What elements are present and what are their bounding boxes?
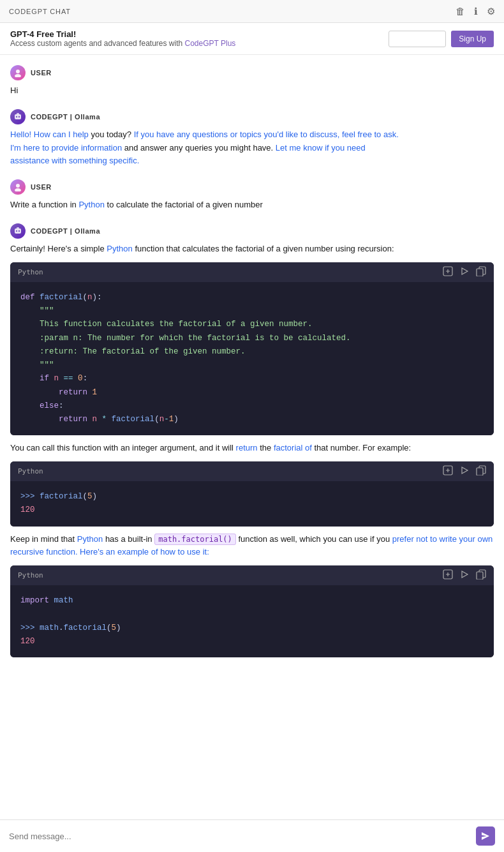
banner-link[interactable]: CodeGPT Plus (185, 39, 236, 48)
sender-name: CODEGPT | Ollama (31, 227, 100, 235)
message-end-text: Keep in mind that Python has a built-in … (10, 533, 494, 560)
code-run-icon[interactable] (459, 465, 470, 477)
message-intro-text: Certainly! Here's a simple Python functi… (10, 243, 494, 256)
svg-rect-29 (477, 572, 483, 579)
code-copy-icon[interactable] (476, 266, 486, 278)
trash-icon[interactable]: 🗑 (456, 6, 465, 16)
banner-input[interactable] (389, 31, 446, 47)
svg-marker-15 (462, 268, 468, 274)
code-add-icon[interactable] (443, 266, 453, 278)
code-lang: Python (18, 571, 43, 579)
svg-rect-23 (477, 468, 483, 475)
svg-rect-2 (15, 114, 21, 119)
code-content-3: import math >>> math.factorial(5) 120 (10, 585, 494, 657)
signup-button[interactable]: Sign Up (451, 31, 494, 47)
inline-code: math.factorial() (154, 534, 236, 545)
banner-text: GPT-4 Free Trial! Access custom agents a… (10, 29, 235, 48)
info-icon[interactable]: ℹ (474, 6, 478, 16)
svg-point-3 (16, 116, 17, 117)
code-lang: Python (18, 467, 43, 475)
code-copy-icon[interactable] (476, 569, 486, 581)
sender-name: USER (31, 183, 52, 191)
input-area (0, 819, 504, 852)
svg-point-6 (16, 184, 20, 188)
message-input[interactable] (9, 832, 470, 841)
code-block-1: Python (10, 262, 494, 436)
header-icons: 🗑 ℹ ⚙ (456, 6, 495, 16)
avatar (10, 223, 26, 239)
svg-point-1 (15, 74, 21, 77)
svg-rect-8 (15, 228, 21, 234)
message-block: USER Hi (10, 65, 494, 98)
sender-name: CODEGPT | Ollama (31, 113, 100, 121)
code-content-2: >>> factorial(5) 120 (10, 481, 494, 527)
settings-icon[interactable]: ⚙ (487, 6, 495, 16)
message-text: Write a function in Python to calculate … (10, 198, 494, 212)
svg-marker-21 (462, 467, 468, 474)
avatar (10, 109, 26, 124)
message-text: Hello! How can I help you today? If you … (10, 128, 494, 168)
avatar (10, 65, 26, 80)
message-sender: CODEGPT | Ollama (10, 223, 494, 239)
code-content-1: def factorial(n): """ This function calc… (10, 282, 494, 436)
header: CODEGPT CHAT 🗑 ℹ ⚙ (0, 0, 504, 23)
message-sender: USER (10, 179, 494, 195)
svg-point-10 (19, 230, 20, 232)
code-block-header: Python (10, 461, 494, 481)
code-block-2: Python (10, 461, 494, 527)
send-button[interactable] (476, 826, 495, 846)
svg-rect-17 (477, 269, 483, 276)
code-header-icons (443, 266, 486, 278)
banner-actions: Sign Up (389, 31, 494, 47)
svg-rect-5 (17, 113, 19, 115)
code-block-header: Python (10, 565, 494, 585)
avatar (10, 179, 26, 195)
code-header-icons (443, 569, 486, 581)
banner: GPT-4 Free Trial! Access custom agents a… (0, 23, 504, 55)
code-copy-icon[interactable] (476, 465, 486, 477)
message-sender: USER (10, 65, 494, 80)
code-run-icon[interactable] (459, 569, 470, 581)
svg-rect-11 (17, 227, 19, 229)
banner-subtitle: Access custom agents and advanced featur… (10, 39, 235, 48)
message-middle-text: You can call this function with an integ… (10, 442, 494, 455)
message-text: Hi (10, 84, 494, 98)
header-title: CODEGPT CHAT (9, 8, 71, 15)
message-block: USER Write a function in Python to calcu… (10, 179, 494, 212)
message-block: CODEGPT | Ollama Hello! How can I help y… (10, 109, 494, 168)
code-block-3: Python (10, 565, 494, 657)
chat-area: USER Hi CODEGPT | Ollama Hello! How can … (0, 55, 504, 819)
sender-name: USER (31, 69, 52, 77)
code-add-icon[interactable] (443, 465, 453, 477)
code-run-icon[interactable] (459, 266, 470, 278)
message-sender: CODEGPT | Ollama (10, 109, 494, 124)
svg-point-0 (16, 70, 20, 73)
svg-point-7 (15, 188, 21, 191)
svg-marker-27 (462, 571, 468, 578)
code-block-header: Python (10, 262, 494, 282)
message-block: CODEGPT | Ollama Certainly! Here's a sim… (10, 223, 494, 657)
banner-title: GPT-4 Free Trial! (10, 29, 235, 39)
svg-point-9 (16, 230, 17, 232)
code-lang: Python (18, 268, 43, 276)
svg-point-4 (19, 116, 20, 117)
code-add-icon[interactable] (443, 569, 453, 581)
code-header-icons (443, 465, 486, 477)
